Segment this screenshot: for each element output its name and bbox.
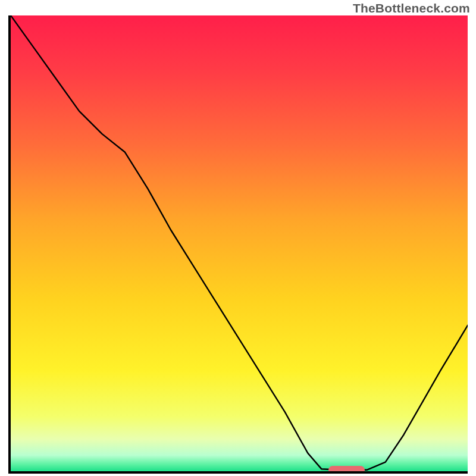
chart-optimum-marker <box>328 466 365 471</box>
watermark-text: TheBottleneck.com <box>353 1 470 15</box>
chart-plot-area <box>11 15 468 471</box>
chart-stage: TheBottleneck.com <box>0 0 476 476</box>
chart-curve-path <box>11 15 468 470</box>
chart-axes <box>8 15 468 474</box>
chart-curve <box>11 15 468 471</box>
